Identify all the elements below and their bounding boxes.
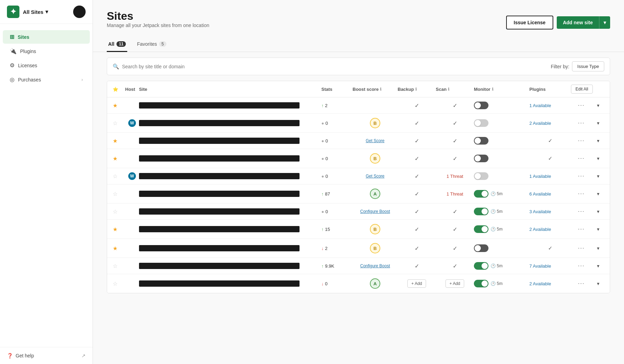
backup-check-icon: ✓ <box>415 226 419 233</box>
site-cell <box>139 155 321 162</box>
expand-row-button[interactable]: ▾ <box>592 245 604 251</box>
th-scan: Scan ℹ <box>436 87 474 92</box>
star-toggle[interactable]: ★ <box>113 226 125 233</box>
more-options-button[interactable]: ··· <box>571 245 592 251</box>
scan-add-button[interactable]: + Add <box>445 279 464 288</box>
backup-check-icon: ✓ <box>415 120 419 127</box>
star-toggle[interactable]: ☆ <box>113 263 125 269</box>
more-options-button[interactable]: ··· <box>571 191 592 197</box>
main-content: Sites Manage all your Jetpack sites from… <box>93 0 624 364</box>
boost-link[interactable]: Configure Boost <box>360 209 390 214</box>
more-options-button[interactable]: ··· <box>571 280 592 287</box>
plugins-available[interactable]: 2 Available <box>529 227 551 232</box>
monitor-toggle[interactable] <box>474 262 488 270</box>
plugins-available[interactable]: 6 Available <box>529 191 551 197</box>
backup-add-button[interactable]: + Add <box>407 279 426 288</box>
tab-favorites-label: Favorites <box>137 41 157 47</box>
expand-row-button[interactable]: ▾ <box>592 156 604 161</box>
stats-cell: ↑ 2 <box>321 103 353 108</box>
expand-row-button[interactable]: ▾ <box>592 226 604 232</box>
monitor-toggle[interactable] <box>474 119 488 127</box>
sidebar-item-plugins[interactable]: 🔌 Plugins <box>3 44 90 58</box>
monitor-toggle[interactable] <box>474 244 488 252</box>
more-options-button[interactable]: ··· <box>571 208 592 215</box>
avatar[interactable] <box>73 6 86 18</box>
plugins-available[interactable]: 2 Available <box>529 121 551 126</box>
search-input[interactable] <box>122 64 551 69</box>
boost-link[interactable]: Configure Boost <box>360 263 390 268</box>
edit-all-button[interactable]: Edit All <box>571 85 593 94</box>
expand-row-button[interactable]: ▾ <box>592 281 604 286</box>
expand-row-button[interactable]: ▾ <box>592 263 604 269</box>
star-toggle[interactable]: ☆ <box>113 120 125 127</box>
expand-row-button[interactable]: ▾ <box>592 173 604 179</box>
boost-info-icon[interactable]: ℹ <box>380 87 381 92</box>
all-sites-selector[interactable]: All Sites ▾ <box>23 9 48 15</box>
sidebar-item-sites[interactable]: ⊞ Sites <box>3 30 90 44</box>
expand-row-button[interactable]: ▾ <box>592 103 604 108</box>
scan-info-icon[interactable]: ℹ <box>448 87 449 92</box>
more-options-button[interactable]: ··· <box>571 102 592 109</box>
sidebar-footer: ❓ Get help ↗ <box>0 347 93 364</box>
monitor-toggle[interactable] <box>474 155 488 162</box>
tab-all[interactable]: All 11 <box>107 37 127 52</box>
star-toggle[interactable]: ★ <box>113 102 125 109</box>
boost-link[interactable]: Get Score <box>366 138 384 143</box>
add-new-site-chevron-icon[interactable]: ▾ <box>599 16 610 29</box>
table-row: ☆ ↓ 0 A + Add + Add 🕐5m 2 Available ··· … <box>107 274 610 293</box>
more-options-button[interactable]: ··· <box>571 226 592 232</box>
monitor-toggle[interactable] <box>474 280 488 287</box>
sidebar-item-licenses[interactable]: ⚙ Licenses <box>3 59 90 72</box>
expand-row-button[interactable]: ▾ <box>592 120 604 126</box>
expand-row-button[interactable]: ▾ <box>592 209 604 214</box>
scan-threat-badge[interactable]: 1 Threat <box>447 191 463 197</box>
plugins-available[interactable]: 7 Available <box>529 263 551 269</box>
plugins-available[interactable]: 1 Available <box>529 174 551 179</box>
tab-favorites[interactable]: Favorites 5 <box>136 37 167 52</box>
stats-down-icon: ↓ <box>321 246 324 251</box>
star-toggle[interactable]: ☆ <box>113 173 125 180</box>
plugins-available[interactable]: 2 Available <box>529 281 551 286</box>
plugins-available[interactable]: 3 Available <box>529 209 551 214</box>
more-options-button[interactable]: ··· <box>571 263 592 269</box>
clock-icon: 🕐 <box>491 227 496 232</box>
star-toggle[interactable]: ☆ <box>113 191 125 197</box>
monitor-toggle[interactable] <box>474 225 488 233</box>
monitor-toggle[interactable] <box>474 137 488 145</box>
monitor-toggle[interactable] <box>474 190 488 198</box>
external-link-icon[interactable]: ↗ <box>81 353 86 358</box>
more-options-button[interactable]: ··· <box>571 173 592 179</box>
page-subtitle: Manage all your Jetpack sites from one l… <box>107 23 209 28</box>
plugins-available[interactable]: 1 Available <box>529 103 551 108</box>
star-toggle[interactable]: ★ <box>113 245 125 252</box>
monitor-toggle[interactable] <box>474 172 488 180</box>
more-options-button[interactable]: ··· <box>571 138 592 144</box>
scan-threat-badge[interactable]: 1 Threat <box>447 174 463 179</box>
star-toggle[interactable]: ☆ <box>113 208 125 215</box>
star-toggle[interactable]: ★ <box>113 155 125 162</box>
sidebar-item-purchases[interactable]: ◎ Purchases › <box>3 73 90 86</box>
monitor-toggle[interactable] <box>474 102 488 109</box>
issue-license-button[interactable]: Issue License <box>506 16 553 29</box>
boost-link[interactable]: Get Score <box>366 174 384 179</box>
site-name-bar <box>139 138 300 144</box>
expand-row-button[interactable]: ▾ <box>592 138 604 144</box>
monitor-info-icon[interactable]: ℹ <box>492 87 493 92</box>
more-options-button[interactable]: ··· <box>571 120 592 126</box>
filter-by-label: Filter by: <box>551 64 570 69</box>
get-help-button[interactable]: ❓ Get help <box>7 353 34 358</box>
star-toggle[interactable]: ☆ <box>113 280 125 287</box>
star-toggle[interactable]: ★ <box>113 138 125 144</box>
table-row: ★ ↑ 2 ✓ ✓ 1 Available ··· ▾ <box>107 97 610 114</box>
add-new-site-button[interactable]: Add new site ▾ <box>557 16 610 29</box>
backup-info-icon[interactable]: ℹ <box>415 87 417 92</box>
more-options-button[interactable]: ··· <box>571 155 592 162</box>
site-cell <box>139 138 321 144</box>
stats-cell: ● 0 <box>321 209 353 214</box>
filter-issue-type-button[interactable]: Issue Type <box>572 61 604 71</box>
expand-row-button[interactable]: ▾ <box>592 191 604 197</box>
monitor-toggle[interactable] <box>474 208 488 215</box>
stats-cell: ↑ 15 <box>321 227 353 232</box>
backup-check-icon: ✓ <box>415 245 419 252</box>
site-cell <box>139 191 321 197</box>
